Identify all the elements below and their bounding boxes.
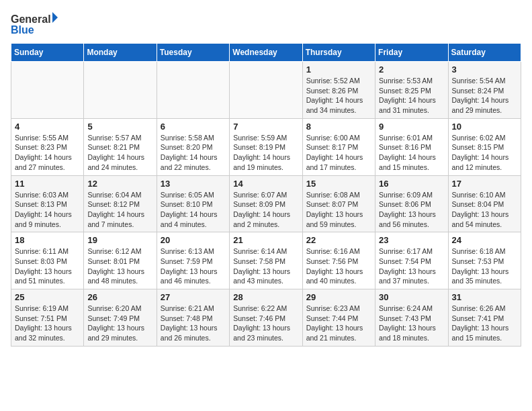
week-row-5: 25Sunrise: 6:19 AM Sunset: 7:51 PM Dayli… bbox=[11, 289, 521, 347]
calendar-table: SundayMondayTuesdayWednesdayThursdayFrid… bbox=[11, 43, 521, 347]
day-cell: 10Sunrise: 6:02 AM Sunset: 8:15 PM Dayli… bbox=[448, 118, 521, 175]
day-detail: Sunrise: 6:05 AM Sunset: 8:10 PM Dayligh… bbox=[161, 190, 226, 230]
day-detail: Sunrise: 6:01 AM Sunset: 8:16 PM Dayligh… bbox=[379, 133, 444, 173]
header-day-monday: Monday bbox=[84, 44, 157, 62]
day-number: 23 bbox=[379, 235, 444, 245]
day-detail: Sunrise: 6:17 AM Sunset: 7:54 PM Dayligh… bbox=[379, 246, 444, 286]
header-day-sunday: Sunday bbox=[11, 44, 84, 62]
day-detail: Sunrise: 6:21 AM Sunset: 7:48 PM Dayligh… bbox=[161, 304, 226, 343]
day-detail: Sunrise: 6:24 AM Sunset: 7:43 PM Dayligh… bbox=[379, 304, 444, 343]
day-cell bbox=[84, 62, 157, 119]
day-number: 29 bbox=[306, 292, 371, 302]
day-number: 3 bbox=[452, 64, 517, 75]
day-cell: 29Sunrise: 6:23 AM Sunset: 7:44 PM Dayli… bbox=[302, 289, 375, 347]
day-detail: Sunrise: 6:12 AM Sunset: 8:01 PM Dayligh… bbox=[87, 246, 152, 286]
day-cell: 20Sunrise: 6:13 AM Sunset: 7:59 PM Dayli… bbox=[157, 232, 229, 289]
day-cell: 3Sunrise: 5:54 AM Sunset: 8:24 PM Daylig… bbox=[448, 62, 521, 119]
day-cell: 5Sunrise: 5:57 AM Sunset: 8:21 PM Daylig… bbox=[84, 118, 157, 175]
header-day-tuesday: Tuesday bbox=[157, 44, 229, 62]
week-row-1: 1Sunrise: 5:52 AM Sunset: 8:26 PM Daylig… bbox=[11, 62, 521, 119]
header-day-friday: Friday bbox=[375, 44, 448, 62]
day-cell: 25Sunrise: 6:19 AM Sunset: 7:51 PM Dayli… bbox=[11, 289, 84, 347]
day-number: 14 bbox=[233, 179, 298, 189]
day-detail: Sunrise: 6:18 AM Sunset: 7:53 PM Dayligh… bbox=[452, 246, 517, 286]
day-cell: 14Sunrise: 6:07 AM Sunset: 8:09 PM Dayli… bbox=[230, 175, 302, 232]
day-detail: Sunrise: 6:00 AM Sunset: 8:17 PM Dayligh… bbox=[306, 133, 371, 173]
day-detail: Sunrise: 6:04 AM Sunset: 8:12 PM Dayligh… bbox=[87, 190, 152, 230]
day-cell: 30Sunrise: 6:24 AM Sunset: 7:43 PM Dayli… bbox=[375, 289, 448, 347]
day-cell: 11Sunrise: 6:03 AM Sunset: 8:13 PM Dayli… bbox=[11, 175, 84, 232]
day-detail: Sunrise: 6:09 AM Sunset: 8:06 PM Dayligh… bbox=[379, 190, 444, 230]
day-detail: Sunrise: 6:11 AM Sunset: 8:03 PM Dayligh… bbox=[15, 246, 80, 286]
day-cell: 21Sunrise: 6:14 AM Sunset: 7:58 PM Dayli… bbox=[230, 232, 302, 289]
svg-text:General: General bbox=[11, 13, 51, 25]
day-cell: 6Sunrise: 5:58 AM Sunset: 8:20 PM Daylig… bbox=[157, 118, 229, 175]
day-detail: Sunrise: 6:22 AM Sunset: 7:46 PM Dayligh… bbox=[233, 304, 298, 343]
day-cell: 13Sunrise: 6:05 AM Sunset: 8:10 PM Dayli… bbox=[157, 175, 229, 232]
day-cell: 8Sunrise: 6:00 AM Sunset: 8:17 PM Daylig… bbox=[302, 118, 375, 175]
day-number: 1 bbox=[306, 64, 371, 75]
day-cell bbox=[11, 62, 84, 119]
day-detail: Sunrise: 5:59 AM Sunset: 8:19 PM Dayligh… bbox=[233, 133, 298, 173]
day-cell: 31Sunrise: 6:26 AM Sunset: 7:41 PM Dayli… bbox=[448, 289, 521, 347]
day-number: 2 bbox=[379, 64, 444, 75]
day-number: 19 bbox=[87, 235, 152, 245]
header-day-wednesday: Wednesday bbox=[230, 44, 302, 62]
day-cell: 17Sunrise: 6:10 AM Sunset: 8:04 PM Dayli… bbox=[448, 175, 521, 232]
day-number: 8 bbox=[306, 122, 371, 132]
day-cell: 23Sunrise: 6:17 AM Sunset: 7:54 PM Dayli… bbox=[375, 232, 448, 289]
day-number: 22 bbox=[306, 235, 371, 245]
day-detail: Sunrise: 6:20 AM Sunset: 7:49 PM Dayligh… bbox=[87, 304, 152, 343]
day-detail: Sunrise: 6:16 AM Sunset: 7:56 PM Dayligh… bbox=[306, 246, 371, 286]
day-cell: 12Sunrise: 6:04 AM Sunset: 8:12 PM Dayli… bbox=[84, 175, 157, 232]
day-detail: Sunrise: 6:23 AM Sunset: 7:44 PM Dayligh… bbox=[306, 304, 371, 343]
day-detail: Sunrise: 6:13 AM Sunset: 7:59 PM Dayligh… bbox=[161, 246, 226, 286]
day-cell bbox=[230, 62, 302, 119]
day-number: 6 bbox=[161, 122, 226, 132]
header-row: SundayMondayTuesdayWednesdayThursdayFrid… bbox=[11, 44, 521, 62]
day-detail: Sunrise: 6:07 AM Sunset: 8:09 PM Dayligh… bbox=[233, 190, 298, 230]
day-number: 27 bbox=[161, 292, 226, 302]
day-cell: 1Sunrise: 5:52 AM Sunset: 8:26 PM Daylig… bbox=[302, 62, 375, 119]
day-number: 26 bbox=[87, 292, 152, 302]
day-number: 28 bbox=[233, 292, 298, 302]
day-detail: Sunrise: 5:52 AM Sunset: 8:26 PM Dayligh… bbox=[306, 76, 371, 116]
day-number: 9 bbox=[379, 122, 444, 132]
day-number: 4 bbox=[15, 122, 80, 132]
day-detail: Sunrise: 5:54 AM Sunset: 8:24 PM Dayligh… bbox=[452, 76, 517, 116]
day-number: 24 bbox=[452, 235, 517, 245]
header-day-saturday: Saturday bbox=[448, 44, 521, 62]
day-cell: 7Sunrise: 5:59 AM Sunset: 8:19 PM Daylig… bbox=[230, 118, 302, 175]
page-header: GeneralBlue bbox=[11, 11, 521, 38]
day-cell: 2Sunrise: 5:53 AM Sunset: 8:25 PM Daylig… bbox=[375, 62, 448, 119]
logo-icon: GeneralBlue bbox=[11, 11, 64, 38]
day-cell bbox=[157, 62, 229, 119]
calendar-header: SundayMondayTuesdayWednesdayThursdayFrid… bbox=[11, 44, 521, 62]
day-number: 30 bbox=[379, 292, 444, 302]
week-row-3: 11Sunrise: 6:03 AM Sunset: 8:13 PM Dayli… bbox=[11, 175, 521, 232]
day-cell: 19Sunrise: 6:12 AM Sunset: 8:01 PM Dayli… bbox=[84, 232, 157, 289]
day-number: 16 bbox=[379, 179, 444, 189]
week-row-4: 18Sunrise: 6:11 AM Sunset: 8:03 PM Dayli… bbox=[11, 232, 521, 289]
day-number: 20 bbox=[161, 235, 226, 245]
day-number: 12 bbox=[87, 179, 152, 189]
day-detail: Sunrise: 5:53 AM Sunset: 8:25 PM Dayligh… bbox=[379, 76, 444, 116]
day-number: 25 bbox=[15, 292, 80, 302]
day-cell: 15Sunrise: 6:08 AM Sunset: 8:07 PM Dayli… bbox=[302, 175, 375, 232]
day-detail: Sunrise: 6:02 AM Sunset: 8:15 PM Dayligh… bbox=[452, 133, 517, 173]
day-detail: Sunrise: 5:55 AM Sunset: 8:23 PM Dayligh… bbox=[15, 133, 80, 173]
day-cell: 16Sunrise: 6:09 AM Sunset: 8:06 PM Dayli… bbox=[375, 175, 448, 232]
day-number: 10 bbox=[452, 122, 517, 132]
day-number: 11 bbox=[15, 179, 80, 189]
day-detail: Sunrise: 6:03 AM Sunset: 8:13 PM Dayligh… bbox=[15, 190, 80, 230]
day-cell: 9Sunrise: 6:01 AM Sunset: 8:16 PM Daylig… bbox=[375, 118, 448, 175]
day-number: 17 bbox=[452, 179, 517, 189]
svg-text:Blue: Blue bbox=[11, 24, 34, 36]
day-detail: Sunrise: 6:08 AM Sunset: 8:07 PM Dayligh… bbox=[306, 190, 371, 230]
day-cell: 22Sunrise: 6:16 AM Sunset: 7:56 PM Dayli… bbox=[302, 232, 375, 289]
day-detail: Sunrise: 6:26 AM Sunset: 7:41 PM Dayligh… bbox=[452, 304, 517, 343]
day-number: 31 bbox=[452, 292, 517, 302]
week-row-2: 4Sunrise: 5:55 AM Sunset: 8:23 PM Daylig… bbox=[11, 118, 521, 175]
calendar-body: 1Sunrise: 5:52 AM Sunset: 8:26 PM Daylig… bbox=[11, 62, 521, 347]
day-detail: Sunrise: 6:19 AM Sunset: 7:51 PM Dayligh… bbox=[15, 304, 80, 343]
